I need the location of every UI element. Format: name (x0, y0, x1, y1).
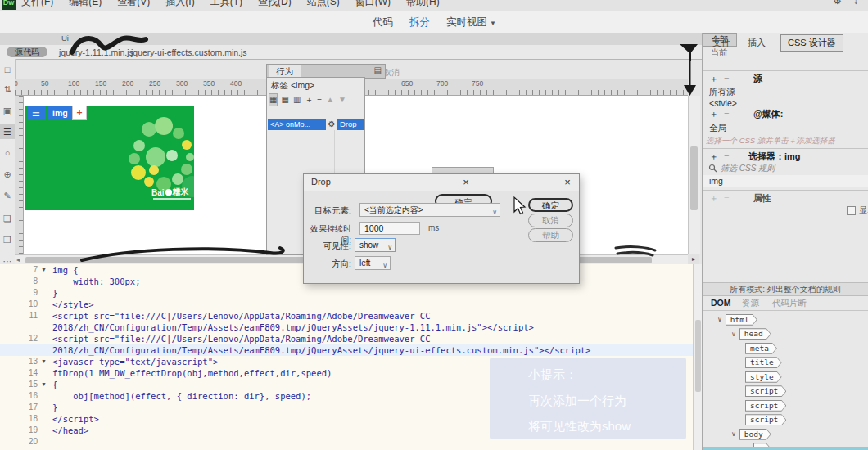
behaviors-tab[interactable]: 行为 (269, 65, 301, 77)
visibility-select[interactable]: show∨ (355, 238, 396, 252)
menu-item[interactable]: 查找(D) (258, 0, 292, 9)
add-behavior-button[interactable]: ＋ (305, 94, 313, 106)
design-vertical-scrollbar[interactable] (688, 96, 700, 254)
scroll-right-arrow-icon[interactable]: ▸ (688, 254, 699, 264)
help-button[interactable]: 帮助 (528, 228, 573, 242)
dom-node-title[interactable]: title (703, 356, 868, 371)
chevron-down-icon[interactable]: ∨ (717, 316, 722, 323)
show-all-events-icon[interactable]: ▦ (281, 94, 288, 106)
chevron-down-icon[interactable]: ∨ (731, 331, 736, 338)
scrollbar-thumb[interactable] (695, 320, 701, 392)
dom-node-head[interactable]: ∨head (703, 327, 868, 342)
related-file-jquery-ui[interactable]: jquery-ui-effects.custom.min.js (131, 47, 247, 57)
ok-button[interactable]: 确定 (528, 198, 573, 212)
right-sidebar: 文件 插入 CSS 设计器 全部 当前 ＋ − 源 所有源 <style> ＋ … (702, 33, 868, 450)
menu-item[interactable]: 插入(I) (165, 0, 194, 9)
element-hud-img-label[interactable]: img (47, 106, 74, 120)
ruler-number: 150 (95, 79, 106, 88)
fold-arrow-icon[interactable]: ▼ (41, 264, 47, 276)
dom-node-meta[interactable]: meta (703, 341, 868, 356)
tab-insert[interactable]: 插入 (748, 37, 766, 49)
code-line: 9} (0, 287, 693, 299)
gear-icon[interactable]: ⚙ (833, 0, 842, 7)
fold-arrow-icon[interactable]: ▼ (41, 379, 47, 390)
menu-item[interactable]: 查看(V) (117, 0, 150, 9)
target-element-select[interactable]: <当前选定内容>∨ (359, 203, 500, 217)
remove-icon[interactable]: − (724, 151, 729, 160)
events-column-icon[interactable]: ▥ (293, 94, 301, 106)
menu-item[interactable]: 窗口(W) (355, 0, 391, 9)
remove-behavior-button[interactable]: − (317, 94, 322, 106)
live-view-button[interactable]: 实时视图▼ (446, 16, 496, 29)
tip-text: 再次添加一个行为 (528, 394, 626, 409)
fold-arrow-icon[interactable]: ▼ (41, 356, 47, 367)
dialog-titlebar[interactable]: Drop × × (304, 174, 579, 191)
code-view-button[interactable]: 代码 (373, 16, 393, 29)
dom-node-style[interactable]: style (703, 370, 868, 385)
dom-node-script[interactable]: script (703, 413, 868, 428)
menu-item[interactable]: 工具(T) (210, 0, 242, 9)
remove-icon[interactable]: − (724, 108, 729, 118)
source-code-tab[interactable]: 源代码 (7, 47, 47, 57)
file-icon[interactable]: □ (0, 62, 15, 77)
menu-item[interactable]: 站点(S) (307, 0, 340, 9)
comment-icon[interactable]: ❏ (0, 211, 15, 226)
add-icon[interactable]: ＋ (709, 73, 718, 85)
dom-tag-label: body (740, 430, 771, 439)
guides-icon[interactable]: ⊕ (0, 167, 15, 182)
element-hud-menu-icon[interactable]: ☰ (27, 106, 45, 120)
chevron-down-icon[interactable]: ∨ (731, 430, 736, 438)
edit-tool-icon[interactable]: ✎ (0, 188, 15, 203)
direction-select[interactable]: left∨ (355, 256, 391, 270)
tip-overlay: 小提示：再次添加一个行为将可见性改为show (490, 358, 686, 439)
gear-icon[interactable]: ⚙ (326, 119, 337, 130)
scrollbar-thumb[interactable] (690, 146, 698, 210)
manage-files-icon[interactable]: ⇅ (0, 82, 15, 97)
sync-icon[interactable]: ↓ (853, 0, 858, 7)
dom-panel-tab[interactable]: 代码片断 (772, 298, 807, 309)
circle-marker-icon[interactable]: ○ (0, 146, 15, 160)
live-view-icon[interactable]: ▣ (0, 103, 15, 118)
tab-css-designer[interactable]: CSS 设计器 (780, 34, 843, 52)
dom-panel-tab[interactable]: DOM (711, 298, 731, 308)
show-set-events-icon[interactable]: ▦ (269, 94, 277, 106)
panel-menu-icon[interactable]: ▤ (374, 65, 382, 74)
move-down-button: ▼ (338, 94, 346, 106)
related-file-jquery[interactable]: jquery-1.11.1.min.js (59, 47, 133, 57)
element-hud-add-button[interactable]: + (72, 106, 87, 120)
menu-item[interactable]: 编辑(E) (69, 0, 102, 9)
comment-remove-icon[interactable]: ❐ (0, 232, 15, 247)
code-text: img { (52, 264, 79, 276)
remove-icon[interactable]: − (724, 73, 729, 83)
format-menu-icon[interactable]: ☰ (0, 124, 15, 139)
style-source-item[interactable]: <style> (709, 98, 737, 106)
cancel-button[interactable]: 取消 (528, 214, 573, 227)
add-icon[interactable]: ＋ (709, 108, 718, 120)
css-filter-row[interactable]: 筛选 CSS 规则 (703, 162, 868, 174)
baidu-image[interactable]: Bai糯米 (25, 106, 194, 210)
dom-tag-label: script (746, 401, 785, 411)
selector-item-img[interactable]: img (703, 175, 868, 187)
dom-panel-tab[interactable]: 资源 (742, 298, 759, 309)
media-global-item[interactable]: 全局 (709, 123, 726, 134)
close-icon[interactable]: × (459, 176, 472, 188)
split-view-button[interactable]: 拆分 (409, 16, 430, 29)
dom-node-body[interactable]: ∨body (703, 427, 868, 442)
checkbox-icon[interactable] (847, 206, 856, 215)
tab-files[interactable]: 文件 (712, 37, 730, 49)
duration-input[interactable]: 1000 (359, 222, 420, 235)
document-tab[interactable]: Ui (61, 34, 69, 43)
behavior-event-cell[interactable]: <A> onMo... (268, 119, 326, 130)
behavior-row[interactable]: <A> onMo... ⚙ Drop (268, 119, 364, 130)
media-header: ＋ − @媒体: (703, 106, 868, 119)
dom-node-html[interactable]: ∨html (703, 313, 868, 327)
menu-item[interactable]: 帮助(H) (406, 0, 440, 9)
dom-node-script[interactable]: script (703, 385, 868, 399)
menu-item[interactable]: 文件(F) (21, 0, 53, 9)
close-icon[interactable]: × (561, 176, 574, 188)
dom-node-script[interactable]: script (703, 398, 868, 413)
show-set-toggle[interactable]: 显示集 (847, 205, 868, 216)
all-sources-item[interactable]: 所有源 (709, 87, 735, 98)
behavior-action-cell[interactable]: Drop (337, 119, 364, 130)
add-icon[interactable]: ＋ (709, 151, 718, 163)
